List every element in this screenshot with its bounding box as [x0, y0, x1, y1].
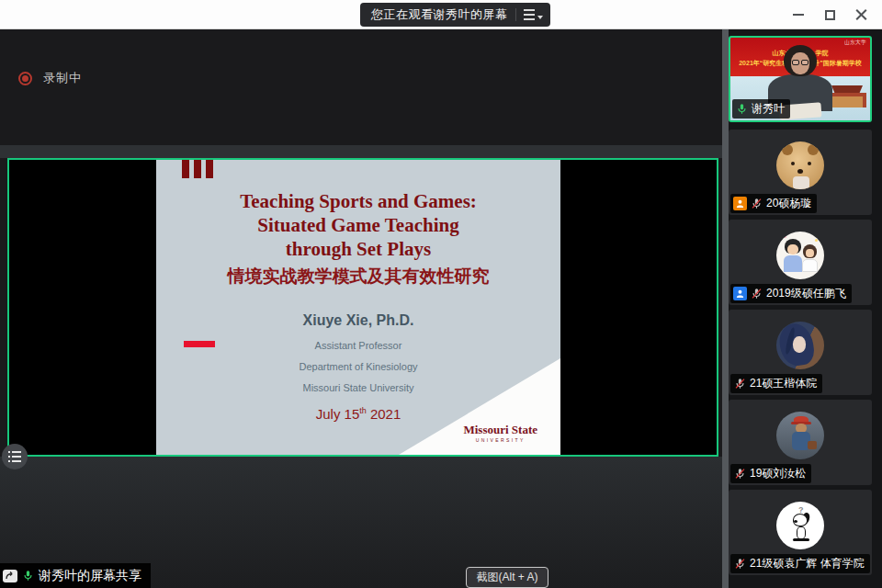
- recording-label: 录制中: [43, 70, 82, 86]
- screen-share-source-label: 谢秀叶的屏幕共享: [0, 563, 151, 588]
- participant-name: 2019级硕任鹏飞: [766, 286, 846, 301]
- participants-sidebar: 山东大 学院 2021年“研究生科研 升”国际暑期学校 山东大学: [729, 29, 882, 588]
- slide-title-line2: Situated Game Teaching: [156, 213, 560, 237]
- user-badge-icon: [733, 197, 747, 210]
- mic-on-icon: [735, 102, 749, 116]
- participant-tile-presenter[interactable]: 山东大 学院 2021年“研究生科研 升”国际暑期学校 山东大学: [729, 36, 872, 122]
- slide-department: Department of Kinesiology: [156, 361, 560, 372]
- avatar: [776, 232, 824, 279]
- screen-share-icon: [3, 570, 17, 582]
- window-controls: [783, 0, 876, 29]
- menu-lines-icon: [524, 9, 535, 20]
- slide-role: Assistant Professor: [156, 340, 560, 351]
- mic-on-icon: [21, 569, 35, 582]
- avatar: [776, 141, 824, 189]
- participant-tile[interactable]: 2019级硕任鹏飞: [729, 220, 872, 305]
- avatar: ?: [776, 502, 824, 549]
- meeting-window: 您正在观看谢秀叶的屏幕 录制中 Teaching Sports and: [0, 0, 882, 588]
- slide-title-chinese: 情境实战教学模式及其有效性研究: [156, 264, 560, 289]
- avatar: [776, 412, 824, 459]
- mic-muted-icon: [733, 377, 747, 390]
- participant-tile[interactable]: ? 21级硕袁广辉 体育学院: [729, 490, 872, 575]
- pill-menu-button[interactable]: [524, 9, 543, 20]
- recording-dot-icon: [18, 72, 32, 85]
- logo-university-text: UNIVERSITY: [463, 437, 537, 443]
- screenshot-button[interactable]: 截图(Alt + A): [466, 567, 548, 588]
- recording-indicator: 录制中: [18, 70, 82, 86]
- participant-name-bar: 19硕刘汝松: [730, 464, 811, 483]
- stage-area: 录制中 Teaching Sports and Games: Situated …: [0, 29, 722, 588]
- participant-name-bar: 21级硕袁广辉 体育学院: [730, 554, 870, 573]
- slide-title-line3: through Set Plays: [156, 237, 560, 261]
- slide-title-line1: Teaching Sports and Games:: [156, 189, 560, 213]
- participant-name: 21级硕袁广辉 体育学院: [750, 556, 865, 571]
- chevron-down-icon: [537, 16, 543, 19]
- mic-muted-icon: [750, 287, 763, 300]
- mic-muted-icon: [733, 557, 747, 571]
- close-icon: [855, 9, 867, 21]
- close-button[interactable]: [845, 0, 876, 29]
- maximize-icon: [825, 10, 835, 20]
- participant-tile[interactable]: 20硕杨璇: [729, 130, 872, 215]
- participant-name: 谢秀叶: [752, 101, 785, 117]
- presentation-slide: Teaching Sports and Games: Situated Game…: [156, 160, 560, 455]
- slide-author: Xiuye Xie, Ph.D.: [156, 312, 560, 329]
- sidebar-scrollbar: [722, 29, 729, 588]
- participant-tile[interactable]: 21硕王楷体院: [729, 310, 872, 395]
- stage-top-strip: [0, 145, 722, 158]
- shared-screen-region[interactable]: Teaching Sports and Games: Situated Game…: [7, 158, 718, 457]
- participant-name: 21硕王楷体院: [750, 376, 817, 391]
- titlebar: 您正在观看谢秀叶的屏幕: [0, 0, 882, 29]
- participant-name-bar: 20硕杨璇: [730, 194, 817, 213]
- participant-name: 19硕刘汝松: [750, 466, 806, 481]
- participant-name-bar: 谢秀叶: [732, 99, 790, 119]
- participant-tile[interactable]: 19硕刘汝松: [729, 400, 872, 485]
- slide-title: Teaching Sports and Games: Situated Game…: [156, 189, 560, 261]
- pill-divider: [515, 8, 516, 21]
- participant-name: 20硕杨璇: [766, 196, 811, 211]
- avatar: [776, 322, 824, 369]
- user-badge-icon: [733, 287, 747, 300]
- minimize-button[interactable]: [783, 0, 814, 29]
- mic-muted-icon: [750, 197, 763, 210]
- missouri-state-logo: Missouri State UNIVERSITY: [463, 424, 537, 443]
- university-logo: 山东大学: [844, 40, 866, 46]
- annotation-list-button[interactable]: [2, 444, 28, 469]
- mic-muted-icon: [733, 467, 747, 481]
- slide-decoration-bars: [182, 160, 213, 178]
- list-icon: [8, 451, 21, 462]
- watching-screen-pill[interactable]: 您正在观看谢秀叶的屏幕: [360, 3, 550, 27]
- minimize-icon: [793, 14, 804, 16]
- slide-university: Missouri State University: [156, 382, 560, 393]
- logo-wordmark: Missouri State: [463, 424, 537, 435]
- maximize-button[interactable]: [814, 0, 845, 29]
- watching-screen-label: 您正在观看谢秀叶的屏幕: [371, 6, 508, 23]
- participant-name-bar: 2019级硕任鹏飞: [730, 284, 852, 303]
- scrollbar-thumb[interactable]: [722, 29, 729, 588]
- participant-name-bar: 21硕王楷体院: [730, 374, 822, 393]
- share-source-name: 谢秀叶的屏幕共享: [39, 568, 141, 584]
